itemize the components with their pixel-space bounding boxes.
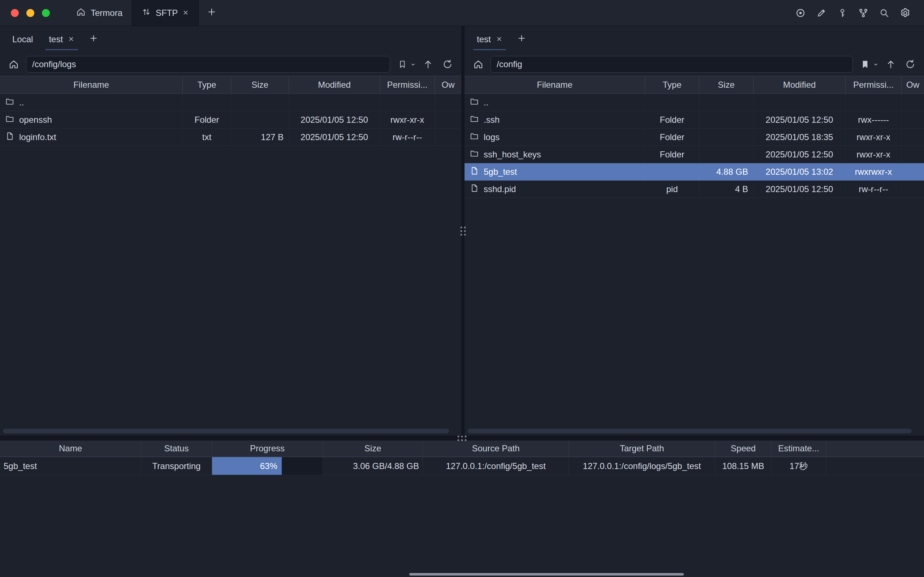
column-header-estimate[interactable]: Estimate... xyxy=(772,440,826,457)
new-pane-tab-button[interactable] xyxy=(82,26,105,53)
file-owner xyxy=(901,146,924,163)
file-size xyxy=(231,94,289,111)
column-header-status[interactable]: Status xyxy=(141,440,212,457)
parent-directory-button[interactable] xyxy=(421,57,435,71)
column-header-owner[interactable]: Ow xyxy=(901,76,924,93)
column-header-permissions[interactable]: Permissi... xyxy=(380,76,435,93)
file-permissions: rw-r--r-- xyxy=(380,129,435,146)
file-size: 127 B xyxy=(231,129,289,146)
titlebar: Termora SFTP xyxy=(0,0,924,26)
plus-icon xyxy=(517,34,526,45)
home-button[interactable] xyxy=(6,57,21,71)
file-modified: 2025/01/05 18:35 xyxy=(753,129,846,146)
column-header-size[interactable]: Size xyxy=(323,440,423,457)
record-icon[interactable] xyxy=(794,6,807,19)
file-row[interactable]: .. xyxy=(464,94,924,111)
column-header-type[interactable]: Type xyxy=(183,76,231,93)
file-size xyxy=(699,146,753,163)
column-header-name[interactable]: Name xyxy=(0,440,141,457)
file-permissions: rwxr-xr-x xyxy=(846,129,901,146)
progress-fill: 63% xyxy=(212,457,282,475)
right-path-input[interactable] xyxy=(490,56,853,73)
file-size xyxy=(699,111,753,129)
file-row[interactable]: sshd.pid pid 4 B 2025/01/05 12:50 rw-r--… xyxy=(464,181,924,198)
tab-termora-label: Termora xyxy=(91,8,123,18)
file-name: 5gb_test xyxy=(484,167,517,177)
tab-test-right[interactable]: test xyxy=(469,26,510,53)
chevron-down-icon[interactable] xyxy=(873,59,879,69)
column-header-size[interactable]: Size xyxy=(699,76,753,93)
close-tab-icon[interactable] xyxy=(496,34,503,44)
left-path-input[interactable] xyxy=(26,56,390,73)
new-pane-tab-button[interactable] xyxy=(510,26,533,53)
bookmark-icon[interactable] xyxy=(858,57,872,71)
new-window-tab-button[interactable] xyxy=(199,0,225,26)
file-owner xyxy=(435,129,461,146)
column-header-source-path[interactable]: Source Path xyxy=(423,440,569,457)
tab-sftp[interactable]: SFTP xyxy=(132,0,199,26)
home-button[interactable] xyxy=(471,57,485,71)
column-header-speed[interactable]: Speed xyxy=(715,440,772,457)
file-modified: 2025/01/05 12:50 xyxy=(753,111,846,129)
search-icon[interactable] xyxy=(878,6,891,19)
column-header-type[interactable]: Type xyxy=(645,76,699,93)
file-type: Folder xyxy=(645,129,699,146)
column-header-permissions[interactable]: Permissi... xyxy=(846,76,901,93)
window-hscrollbar-thumb[interactable] xyxy=(409,573,684,575)
refresh-button[interactable] xyxy=(903,57,918,71)
left-hscrollbar-thumb[interactable] xyxy=(3,429,449,433)
transfer-size: 3.06 GB/4.88 GB xyxy=(323,457,423,475)
settings-icon[interactable] xyxy=(899,6,912,19)
file-row[interactable]: .. xyxy=(0,94,461,111)
close-tab-icon[interactable] xyxy=(182,8,189,18)
file-row[interactable]: logs Folder 2025/01/05 18:35 rwxr-xr-x xyxy=(464,129,924,146)
file-row-selected[interactable]: 5gb_test 4.88 GB 2025/01/05 13:02 rwxrwx… xyxy=(464,163,924,181)
zoom-window-button[interactable] xyxy=(42,9,50,17)
file-row[interactable]: ssh_host_keys Folder 2025/01/05 12:50 rw… xyxy=(464,146,924,163)
right-pane-tabs: test xyxy=(464,26,924,53)
column-header-filename[interactable]: Filename xyxy=(464,76,645,93)
file-size xyxy=(231,111,289,129)
key-icon[interactable] xyxy=(836,6,849,19)
transfer-row[interactable]: 5gb_test Transporting 63% 3.06 GB/4.88 G… xyxy=(0,457,924,475)
file-row[interactable]: openssh Folder 2025/01/05 12:50 rwxr-xr-… xyxy=(0,111,461,129)
file-permissions: rwxr-xr-x xyxy=(846,146,901,163)
minimize-window-button[interactable] xyxy=(26,9,34,17)
right-hscrollbar-thumb[interactable] xyxy=(468,429,912,433)
bookmark-button[interactable] xyxy=(395,57,410,71)
file-modified xyxy=(289,94,380,111)
column-header-modified[interactable]: Modified xyxy=(753,76,846,93)
refresh-button[interactable] xyxy=(440,57,455,71)
tab-termora[interactable]: Termora xyxy=(66,0,132,26)
parent-directory-button[interactable] xyxy=(884,57,898,71)
file-row[interactable]: loginfo.txt txt 127 B 2025/01/05 12:50 r… xyxy=(0,129,461,146)
branch-icon[interactable] xyxy=(857,6,870,19)
file-name: .. xyxy=(484,97,489,108)
file-modified: 2025/01/05 12:50 xyxy=(753,146,846,163)
column-header-modified[interactable]: Modified xyxy=(289,76,380,93)
column-header-owner[interactable]: Ow xyxy=(435,76,461,93)
column-header-target-path[interactable]: Target Path xyxy=(569,440,715,457)
close-window-button[interactable] xyxy=(11,9,19,17)
chevron-down-icon[interactable] xyxy=(410,59,416,69)
file-modified: 2025/01/05 12:50 xyxy=(289,111,380,129)
edit-icon[interactable] xyxy=(815,6,828,19)
folder-icon xyxy=(469,131,479,143)
file-modified: 2025/01/05 12:50 xyxy=(753,181,846,198)
transfers-divider[interactable] xyxy=(0,436,924,440)
tab-local[interactable]: Local xyxy=(4,26,41,53)
right-pane: test xyxy=(464,26,924,436)
file-name: .ssh xyxy=(484,115,500,125)
tab-test-left[interactable]: test xyxy=(41,26,82,53)
transfer-speed: 108.15 MB xyxy=(715,457,772,475)
column-header-filename[interactable]: Filename xyxy=(0,76,183,93)
column-header-size[interactable]: Size xyxy=(231,76,289,93)
file-owner xyxy=(435,111,461,129)
file-name: sshd.pid xyxy=(484,184,516,194)
app-window: Termora SFTP xyxy=(0,0,924,577)
column-header-progress[interactable]: Progress xyxy=(212,440,323,457)
pane-divider[interactable] xyxy=(461,26,464,436)
file-row[interactable]: .ssh Folder 2025/01/05 12:50 rwx------ xyxy=(464,111,924,129)
file-owner xyxy=(901,181,924,198)
close-tab-icon[interactable] xyxy=(68,34,74,44)
